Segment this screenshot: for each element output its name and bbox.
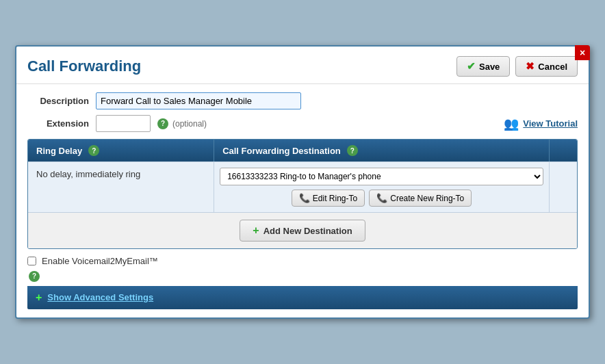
edit-ring-phone-icon: 📞 xyxy=(299,193,310,203)
voicemail-help-icon[interactable]: ? xyxy=(29,271,40,282)
advanced-plus-icon: + xyxy=(36,291,42,304)
table-row: No delay, immediately ring 16613333233 R… xyxy=(28,161,577,212)
table-header-empty xyxy=(550,140,577,161)
add-destination-row: + Add New Destination xyxy=(28,212,577,248)
extension-help-icon[interactable]: ? xyxy=(157,118,168,129)
header-buttons: ✔ Save ✖ Cancel xyxy=(456,56,578,77)
cancel-button[interactable]: ✖ Cancel xyxy=(515,56,578,77)
optional-text: (optional) xyxy=(172,119,207,129)
destination-cell: 16613333233 Ring-to to Manager's phone 📞… xyxy=(214,162,550,212)
edit-ring-to-button[interactable]: 📞 Edit Ring-To xyxy=(292,190,365,207)
view-tutorial-link[interactable]: View Tutorial xyxy=(523,118,578,129)
call-forwarding-dest-header: Call Forwarding Destination ? xyxy=(214,140,550,161)
destination-buttons: 📞 Edit Ring-To 📞 Create New Ring-To xyxy=(292,190,472,207)
destination-select[interactable]: 16613333233 Ring-to to Manager's phone xyxy=(220,168,543,185)
modal-header: Call Forwarding ✔ Save ✖ Cancel xyxy=(16,47,589,84)
voicemail-info-row: ? xyxy=(29,270,578,282)
add-new-destination-button[interactable]: + Add New Destination xyxy=(240,220,365,242)
tutorial-icon: 👥 xyxy=(504,116,519,131)
description-label: Description xyxy=(27,96,89,106)
show-advanced-settings-link[interactable]: Show Advanced Settings xyxy=(47,292,153,302)
call-forwarding-help-icon[interactable]: ? xyxy=(347,145,358,156)
ring-delay-header: Ring Delay ? xyxy=(28,140,214,161)
extension-label: Extension xyxy=(27,118,89,129)
create-ring-phone-icon: 📞 xyxy=(376,193,387,203)
forwarding-table: Ring Delay ? Call Forwarding Destination… xyxy=(27,139,578,249)
modal-overlay: × Call Forwarding ✔ Save ✖ Cancel Descri… xyxy=(0,0,605,364)
extension-input[interactable] xyxy=(96,115,151,132)
ring-delay-help-icon[interactable]: ? xyxy=(88,145,99,156)
description-input[interactable] xyxy=(96,92,301,109)
modal-title: Call Forwarding xyxy=(27,57,141,75)
call-forwarding-modal: × Call Forwarding ✔ Save ✖ Cancel Descri… xyxy=(15,45,590,319)
save-button[interactable]: ✔ Save xyxy=(456,56,510,77)
tutorial-area: 👥 View Tutorial xyxy=(504,116,578,131)
add-destination-plus-icon: + xyxy=(253,224,259,237)
extension-row: Extension ? (optional) 👥 View Tutorial xyxy=(27,115,578,132)
table-header: Ring Delay ? Call Forwarding Destination… xyxy=(28,140,577,161)
voicemail-row: Enable Voicemail2MyEmail™ xyxy=(27,256,578,266)
x-icon: ✖ xyxy=(526,60,535,73)
modal-body: Description Extension ? (optional) 👥 Vie… xyxy=(16,84,589,317)
close-button[interactable]: × xyxy=(575,45,590,60)
checkmark-icon: ✔ xyxy=(467,60,476,73)
advanced-settings-bar: + Show Advanced Settings xyxy=(27,286,578,309)
create-new-ring-to-button[interactable]: 📞 Create New Ring-To xyxy=(369,190,472,207)
voicemail-checkbox[interactable] xyxy=(27,257,36,265)
table-row-action-cell xyxy=(550,162,577,212)
ring-delay-cell: No delay, immediately ring xyxy=(28,162,214,212)
description-row: Description xyxy=(27,92,578,109)
no-delay-text: No delay, immediately ring xyxy=(36,169,140,179)
voicemail-label[interactable]: Enable Voicemail2MyEmail™ xyxy=(42,256,158,266)
